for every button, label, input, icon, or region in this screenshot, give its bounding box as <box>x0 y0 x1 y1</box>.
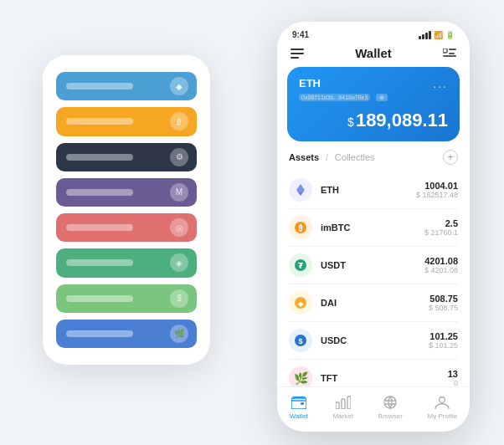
eth-card[interactable]: ETH ... 0x08711d3b...8418a78e3 ⊕ $189,08… <box>287 67 460 141</box>
svg-text:₮: ₮ <box>298 262 304 270</box>
asset-name: ETH <box>321 185 408 195</box>
tab-collecties[interactable]: Collecties <box>335 152 375 162</box>
list-item[interactable]: ◈ <box>56 248 197 277</box>
list-item[interactable]: ₿ <box>56 107 197 136</box>
asset-info-tft: TFT <box>321 373 440 383</box>
browser-icon <box>382 394 399 411</box>
svg-rect-17 <box>342 399 345 409</box>
tab-separator: / <box>326 153 328 162</box>
list-item[interactable]: ⚙ <box>56 143 197 171</box>
imbtc-token-icon: ₿ <box>289 216 312 239</box>
svg-rect-1 <box>449 49 456 50</box>
address-badge: ⊕ <box>376 94 388 101</box>
card-label <box>66 224 133 231</box>
asset-usd: 0 <box>448 379 458 386</box>
nav-item-profile[interactable]: My Profile <box>428 394 458 420</box>
phone-header: Wallet <box>277 43 470 67</box>
asset-amounts-tft: 13 0 <box>448 369 458 386</box>
nav-item-browser[interactable]: Browser <box>378 394 403 420</box>
asset-info-usdt: USDT <box>321 260 416 270</box>
asset-name: DAI <box>321 298 420 308</box>
expand-icon[interactable] <box>443 49 456 59</box>
nav-item-wallet[interactable]: Wallet <box>290 394 308 420</box>
asset-info-eth: ETH <box>321 185 408 195</box>
tab-assets[interactable]: Assets <box>289 152 319 162</box>
asset-info-usdc: USDC <box>321 335 420 345</box>
svg-text:$: $ <box>298 337 302 345</box>
asset-amount: 2.5 <box>424 218 458 228</box>
list-item[interactable]: $ <box>56 284 197 313</box>
asset-amount: 101.25 <box>429 331 458 341</box>
menu-icon[interactable] <box>291 49 304 59</box>
status-bar: 9:41 📶 🔋 <box>277 22 470 43</box>
tft-token-icon: 🌿 <box>289 366 312 386</box>
assets-tabs: Assets / Collecties <box>289 152 375 162</box>
bg-phone: ◆ ₿ ⚙ M ◎ ◈ $ 🌿 <box>43 55 210 365</box>
menu-line <box>291 49 304 50</box>
asset-row-dai[interactable]: ◈ DAI 508.75 $ 508.75 <box>289 284 458 322</box>
svg-rect-16 <box>336 402 339 409</box>
asset-list: ETH 1004.01 $ 162517.48 ₿ imBTC 2.5 $ 21… <box>277 171 470 386</box>
list-item[interactable]: ◆ <box>56 72 197 100</box>
list-item[interactable]: M <box>56 178 197 207</box>
asset-usd: $ 21760.1 <box>424 228 458 237</box>
eth-token-icon <box>289 178 312 202</box>
asset-row-tft[interactable]: 🌿 TFT 13 0 <box>289 360 458 386</box>
wifi-icon: 📶 <box>434 31 443 39</box>
card-label <box>66 295 133 302</box>
asset-name: imBTC <box>321 222 416 233</box>
nav-label: Wallet <box>290 412 308 420</box>
add-asset-button[interactable]: + <box>443 150 458 165</box>
svg-rect-0 <box>443 49 447 53</box>
asset-usd: $ 162517.48 <box>416 191 458 199</box>
assets-header: Assets / Collecties + <box>277 150 470 171</box>
asset-amount: 13 <box>448 369 458 379</box>
status-icons: 📶 🔋 <box>419 31 455 39</box>
card-label <box>66 259 133 266</box>
dai-token-icon: ◈ <box>289 291 312 315</box>
asset-name: TFT <box>321 373 440 383</box>
card-label <box>66 189 133 196</box>
eth-address: 0x08711d3b...8418a78e3 ⊕ <box>299 94 448 101</box>
card-icon: M <box>170 183 188 202</box>
card-label <box>66 83 133 90</box>
asset-amounts-dai: 508.75 $ 508.75 <box>429 294 458 312</box>
asset-amounts-eth: 1004.01 $ 162517.48 <box>416 181 458 199</box>
eth-card-header: ETH ... <box>299 77 448 90</box>
asset-amount: 508.75 <box>429 294 458 304</box>
menu-line <box>291 57 299 59</box>
asset-amounts-usdt: 4201.08 $ 4201.08 <box>424 256 458 274</box>
card-icon: ⚙ <box>170 148 188 166</box>
main-phone: 9:41 📶 🔋 Wallet <box>277 22 470 432</box>
nav-label: Browser <box>378 412 403 420</box>
card-label <box>66 118 133 125</box>
eth-amount: $189,089.11 <box>299 110 448 131</box>
dollar-sign: $ <box>347 115 354 129</box>
page-title: Wallet <box>355 46 392 60</box>
svg-text:◈: ◈ <box>297 300 304 308</box>
bottom-nav: Wallet Market <box>277 386 470 432</box>
svg-rect-18 <box>347 396 351 409</box>
usdt-token-icon: ₮ <box>289 253 312 277</box>
card-icon: ◆ <box>170 77 188 95</box>
eth-more-button[interactable]: ... <box>433 77 448 90</box>
card-icon: 🌿 <box>170 325 188 343</box>
asset-row-imbtc[interactable]: ₿ imBTC 2.5 $ 21760.1 <box>289 209 458 247</box>
asset-usd: $ 101.25 <box>429 341 458 350</box>
svg-rect-3 <box>443 55 456 57</box>
card-label <box>66 154 133 161</box>
asset-usd: $ 508.75 <box>429 304 458 312</box>
svg-point-22 <box>440 397 445 403</box>
nav-item-market[interactable]: Market <box>332 394 352 420</box>
asset-info-dai: DAI <box>321 298 420 308</box>
time-display: 9:41 <box>292 30 309 39</box>
card-icon: ₿ <box>170 112 188 130</box>
battery-icon: 🔋 <box>445 31 455 39</box>
asset-row-eth[interactable]: ETH 1004.01 $ 162517.48 <box>289 171 458 209</box>
wallet-icon <box>291 394 307 411</box>
asset-row-usdc[interactable]: $ USDC 101.25 $ 101.25 <box>289 322 458 360</box>
list-item[interactable]: 🌿 <box>56 320 197 348</box>
asset-row-usdt[interactable]: ₮ USDT 4201.08 $ 4201.08 <box>289 247 458 284</box>
asset-amount: 1004.01 <box>416 181 458 191</box>
list-item[interactable]: ◎ <box>56 213 197 242</box>
